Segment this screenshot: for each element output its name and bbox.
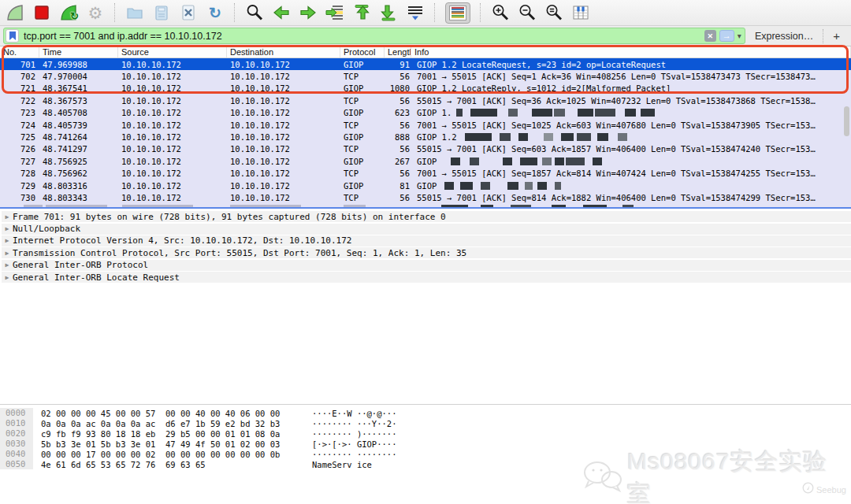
packet-row[interactable]: 70147.96998810.10.10.17210.10.10.172GIOP… — [0, 58, 851, 70]
column-header-protocol[interactable]: Protocol — [340, 46, 385, 57]
zoom-reset-icon[interactable] — [544, 2, 564, 23]
main-toolbar: ↻ ⚙ ↻ — [0, 0, 851, 26]
cell-destination: 10.10.10.172 — [227, 108, 340, 117]
packet-row[interactable]: 72348.40570810.10.10.17210.10.10.172GIOP… — [0, 107, 851, 119]
display-filter-input[interactable]: tcp.port == 7001 and ip.addr == 10.10.10… — [3, 28, 745, 44]
detail-text: General Inter-ORB Locate Request — [13, 272, 180, 283]
detail-tree-row[interactable]: ▶Null/Loopback — [2, 224, 851, 235]
column-header-destination[interactable]: Destination — [227, 46, 340, 57]
packet-list-scrollbar-thumb[interactable] — [844, 106, 849, 136]
cell-info: GIOP 1.2 LocateRequest, s=23 id=2 op=Loc… — [411, 60, 851, 69]
filter-history-caret-icon[interactable]: ▾ — [738, 32, 741, 40]
expand-triangle-icon[interactable]: ▶ — [2, 237, 13, 244]
hex-row[interactable]: 00305b b3 3e 01 5b b3 3e 0147 49 4f 50 0… — [0, 439, 851, 449]
packet-row[interactable]: 72848.75696210.10.10.17210.10.10.172TCP5… — [0, 168, 851, 180]
cell-length: 1080 — [385, 83, 411, 93]
cell-destination: 10.10.10.172 — [227, 83, 340, 93]
save-file-icon[interactable] — [151, 2, 172, 23]
cell-source: 10.10.10.172 — [118, 60, 227, 69]
packet-row[interactable]: 72448.40573910.10.10.17210.10.10.172TCP5… — [0, 119, 851, 131]
go-back-icon[interactable] — [271, 2, 292, 23]
detail-text: Transmission Control Protocol, Src Port:… — [13, 248, 466, 258]
column-header-info[interactable]: Info — [411, 46, 851, 57]
hex-row[interactable]: 004000 00 00 17 00 00 00 0200 00 00 00 0… — [0, 449, 851, 459]
hex-row[interactable]: 00100a 0a 0a ac 0a 0a 0a acd6 e7 1b 59 e… — [0, 418, 851, 428]
detail-tree-row[interactable]: ▶Transmission Control Protocol, Src Port… — [2, 247, 851, 258]
zoom-in-icon[interactable] — [490, 2, 511, 23]
column-header-length[interactable]: Length — [385, 46, 411, 57]
column-header-source[interactable]: Source — [118, 46, 227, 57]
hex-row[interactable]: 00504e 61 6d 65 53 65 72 7669 63 65NameS… — [0, 459, 851, 469]
packet-list-header: No. Time Source Destination Protocol Len… — [0, 46, 851, 58]
auto-scroll-icon[interactable] — [405, 2, 426, 23]
detail-tree-row[interactable]: ▶General Inter-ORB Locate Request — [2, 272, 851, 283]
cell-no: 722 — [0, 96, 39, 106]
column-header-time[interactable]: Time — [39, 46, 118, 57]
hex-row[interactable]: 000002 00 00 00 45 00 00 5700 00 40 00 4… — [0, 408, 851, 418]
go-to-first-icon[interactable] — [351, 2, 372, 23]
cell-no: 701 — [0, 60, 39, 69]
cell-no: 726 — [0, 144, 39, 154]
redaction-block — [503, 158, 512, 165]
cell-length: 56 — [385, 144, 411, 154]
zoom-out-icon[interactable] — [517, 2, 537, 23]
packet-row[interactable]: 72548.74126410.10.10.17210.10.10.172GIOP… — [0, 131, 851, 143]
restart-capture-icon[interactable]: ↻ — [58, 2, 79, 23]
packet-row-partial[interactable] — [0, 204, 851, 208]
expand-triangle-icon[interactable]: ▶ — [2, 274, 13, 281]
resize-columns-icon[interactable] — [570, 2, 591, 23]
packet-row[interactable]: 72148.36754110.10.10.17210.10.10.172GIOP… — [0, 83, 851, 94]
packet-row[interactable]: 73048.80334310.10.10.17210.10.10.172TCP5… — [0, 191, 851, 203]
reload-file-icon[interactable]: ↻ — [205, 2, 225, 23]
detail-text: Internet Protocol Version 4, Src: 10.10.… — [13, 235, 351, 246]
expand-triangle-icon[interactable]: ▶ — [2, 225, 13, 232]
cell-destination: 10.10.10.172 — [227, 169, 340, 178]
detail-tree-row[interactable]: ▶Internet Protocol Version 4, Src: 10.10… — [2, 235, 851, 246]
filter-bookmark-icon[interactable] — [6, 29, 19, 43]
packet-row[interactable]: 70247.97000410.10.10.17210.10.10.172TCP5… — [0, 70, 851, 82]
cell-length: 56 — [385, 169, 411, 178]
hex-bytes-left: 5b b3 3e 01 5b b3 3e 01 — [41, 439, 165, 449]
cell-length: 56 — [385, 96, 411, 106]
hex-row[interactable]: 0020c9 fb f9 93 80 18 18 eb29 b5 00 00 0… — [0, 428, 851, 439]
go-to-last-icon[interactable] — [378, 2, 399, 23]
cell-info: 7001 → 55015 [ACK] Seq=1025 Ack=603 Win=… — [411, 120, 851, 130]
detail-tree-row[interactable]: ▶General Inter-ORB Protocol — [2, 260, 851, 271]
detail-tree-row[interactable]: ▶Frame 701: 91 bytes on wire (728 bits),… — [2, 211, 851, 222]
filter-clear-icon[interactable]: ✕ — [704, 30, 716, 42]
add-filter-button[interactable]: + — [833, 29, 840, 43]
packet-row[interactable]: 72748.75692510.10.10.17210.10.10.172GIOP… — [0, 155, 851, 167]
filter-apply-icon[interactable]: → — [719, 30, 734, 42]
toolbar-separator — [434, 3, 436, 22]
cell-protocol: GIOP — [340, 157, 385, 166]
go-forward-icon[interactable] — [298, 2, 318, 23]
redaction-block — [507, 182, 518, 190]
expression-button[interactable]: Expression… — [755, 31, 813, 42]
cell-length: 623 — [385, 108, 411, 117]
detail-text: Null/Loopback — [13, 224, 80, 234]
find-packet-icon[interactable] — [244, 2, 265, 23]
go-to-packet-icon[interactable] — [325, 2, 345, 23]
open-file-icon[interactable] — [124, 2, 145, 23]
hex-bytes-right: 00 00 40 00 40 06 00 00 — [165, 409, 290, 418]
column-header-no[interactable]: No. — [0, 46, 39, 57]
stop-capture-icon[interactable] — [32, 2, 52, 23]
cell-no: 723 — [0, 108, 39, 117]
packet-row[interactable]: 72248.36757310.10.10.17210.10.10.172TCP5… — [0, 94, 851, 106]
expand-triangle-icon[interactable]: ▶ — [2, 250, 13, 257]
redaction-block — [525, 182, 533, 190]
packet-row[interactable]: 72948.80331610.10.10.17210.10.10.172GIOP… — [0, 180, 851, 191]
expand-triangle-icon[interactable]: ▶ — [2, 213, 13, 220]
start-capture-icon[interactable] — [5, 2, 25, 23]
packet-row[interactable]: 72648.74129710.10.10.17210.10.10.172TCP5… — [0, 143, 851, 155]
hex-bytes-right: 69 63 65 — [165, 460, 290, 469]
hex-bytes-right: 47 49 4f 50 01 02 00 03 — [165, 439, 290, 449]
toolbar-separator — [114, 3, 116, 22]
capture-options-icon[interactable]: ⚙ — [85, 2, 106, 23]
close-file-icon[interactable] — [178, 2, 199, 23]
hex-bytes-left: 0a 0a 0a ac 0a 0a 0a ac — [41, 419, 165, 428]
expand-triangle-icon[interactable]: ▶ — [2, 261, 13, 269]
redaction-block — [456, 109, 463, 117]
colorize-packets-icon[interactable] — [444, 2, 471, 23]
hex-bytes-right: 00 00 00 00 00 00 00 0b — [165, 450, 290, 459]
